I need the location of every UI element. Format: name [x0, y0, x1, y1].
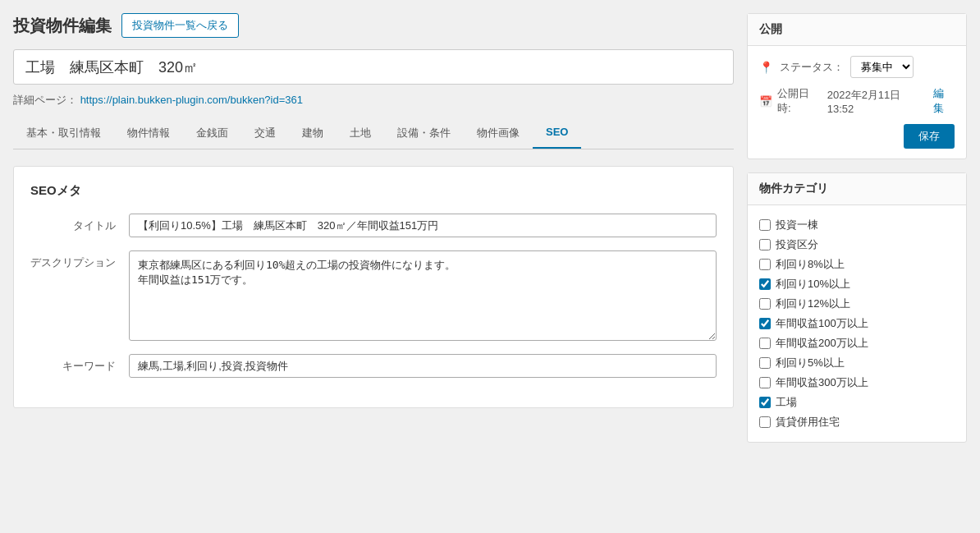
- tab-property[interactable]: 物件情報: [114, 119, 183, 149]
- seo-title-row: タイトル: [30, 214, 717, 237]
- category-box-body: 投資一棟 投資区分 利回り8%以上 利回り10%以上: [748, 205, 966, 442]
- seo-keyword-label: キーワード: [30, 354, 129, 374]
- category-label: 年間収益100万以上: [776, 316, 868, 331]
- seo-title-label: タイトル: [30, 214, 129, 233]
- category-label: 利回り8%以上: [776, 257, 845, 272]
- seo-description-label: デスクリプション: [30, 250, 129, 270]
- category-checkbox-ku[interactable]: [759, 239, 771, 250]
- publish-date-row: 📅 公開日時: 2022年2月11日 13:52 編集: [759, 86, 955, 116]
- sidebar: 公開 📍 ステータス： 募集中 非公開 成約済 📅 公開日時: 2022年2: [747, 13, 967, 456]
- detail-link-prefix: 詳細ページ：: [13, 94, 77, 106]
- publish-date-label: 公開日時:: [777, 86, 822, 116]
- tab-traffic[interactable]: 交通: [241, 119, 289, 149]
- detail-link-row: 詳細ページ： https://plain.bukken-plugin.com/b…: [13, 93, 734, 108]
- tab-basic[interactable]: 基本・取引情報: [13, 119, 114, 149]
- publish-date-edit-link[interactable]: 編集: [933, 86, 955, 116]
- category-box: 物件カテゴリ 投資一棟 投資区分 利回り8%以上: [747, 172, 967, 443]
- list-item: 投資区分: [759, 235, 955, 255]
- tab-seo[interactable]: SEO: [533, 119, 581, 149]
- seo-description-textarea[interactable]: 東京都練馬区にある利回り10%超えの工場の投資物件になります。 年間収益は151…: [129, 250, 717, 341]
- category-list: 投資一棟 投資区分 利回り8%以上 利回り10%以上: [759, 215, 955, 432]
- seo-description-row: デスクリプション 東京都練馬区にある利回り10%超えの工場の投資物件になります。…: [30, 250, 717, 341]
- publish-box-title: 公開: [748, 14, 966, 46]
- tab-finance[interactable]: 金銭面: [183, 119, 241, 149]
- category-label: 年間収益200万以上: [776, 336, 868, 351]
- category-checkbox-y300[interactable]: [759, 377, 771, 388]
- status-row: 📍 ステータス： 募集中 非公開 成約済: [759, 56, 955, 78]
- status-label: ステータス：: [780, 60, 844, 75]
- list-item: 年間収益200万以上: [759, 333, 955, 353]
- publish-date-value: 2022年2月11日 13:52: [827, 88, 929, 115]
- tab-land[interactable]: 土地: [337, 119, 384, 149]
- category-checkbox-y200[interactable]: [759, 338, 771, 349]
- list-item: 投資一棟: [759, 215, 955, 235]
- list-item: 賃貸併用住宅: [759, 412, 955, 432]
- category-label: 工場: [776, 395, 797, 410]
- page-title: 投資物件編集: [13, 15, 112, 37]
- seo-section: SEOメタ タイトル デスクリプション 東京都練馬区にある利回り10%超えの工場…: [13, 166, 734, 408]
- category-label: 投資一棟: [776, 218, 818, 232]
- tab-equipment[interactable]: 設備・条件: [384, 119, 464, 149]
- tab-building[interactable]: 建物: [289, 119, 337, 149]
- tab-image[interactable]: 物件画像: [464, 119, 533, 149]
- category-label: 賃貸併用住宅: [776, 415, 840, 430]
- seo-keyword-input[interactable]: [129, 354, 717, 378]
- tab-bar: 基本・取引情報 物件情報 金銭面 交通 建物 土地 設備・条件 物件画像 SEO: [13, 119, 734, 149]
- list-item: 利回り5%以上: [759, 353, 955, 373]
- back-button[interactable]: 投資物件一覧へ戻る: [121, 13, 239, 38]
- category-label: 利回り12%以上: [776, 296, 850, 311]
- publish-box-body: 📍 ステータス： 募集中 非公開 成約済 📅 公開日時: 2022年2月11日 …: [748, 46, 966, 159]
- page-header: 投資物件編集 投資物件一覧へ戻る: [13, 13, 734, 38]
- category-checkbox-rent[interactable]: [759, 416, 771, 428]
- save-button-row: 保存: [759, 124, 955, 149]
- publish-box: 公開 📍 ステータス： 募集中 非公開 成約済 📅 公開日時: 2022年2: [747, 13, 967, 159]
- seo-title-input[interactable]: [129, 214, 717, 237]
- property-title-input[interactable]: [13, 49, 734, 85]
- category-box-title: 物件カテゴリ: [748, 173, 966, 205]
- calendar-icon: 📅: [759, 95, 772, 108]
- seo-keyword-row: キーワード: [30, 354, 717, 378]
- category-label: 投資区分: [776, 237, 818, 252]
- category-checkbox-r8[interactable]: [759, 259, 771, 270]
- category-checkbox-r10[interactable]: [759, 278, 771, 290]
- category-checkbox-r12[interactable]: [759, 298, 771, 310]
- detail-link[interactable]: https://plain.bukken-plugin.com/bukken?i…: [80, 94, 303, 106]
- list-item: 利回り12%以上: [759, 294, 955, 314]
- seo-section-title: SEOメタ: [30, 183, 717, 199]
- list-item: 利回り10%以上: [759, 274, 955, 294]
- list-item: 工場: [759, 393, 955, 412]
- category-checkbox-ichi[interactable]: [759, 219, 771, 231]
- status-select[interactable]: 募集中 非公開 成約済: [850, 56, 914, 78]
- category-label: 利回り10%以上: [776, 277, 850, 292]
- category-label: 年間収益300万以上: [776, 375, 868, 390]
- list-item: 年間収益300万以上: [759, 373, 955, 393]
- category-checkbox-y100[interactable]: [759, 318, 771, 329]
- list-item: 利回り8%以上: [759, 255, 955, 274]
- category-checkbox-r5[interactable]: [759, 357, 771, 369]
- list-item: 年間収益100万以上: [759, 314, 955, 333]
- save-button[interactable]: 保存: [904, 124, 955, 149]
- category-checkbox-factory[interactable]: [759, 397, 771, 408]
- category-label: 利回り5%以上: [776, 356, 845, 370]
- pin-icon: 📍: [759, 61, 773, 74]
